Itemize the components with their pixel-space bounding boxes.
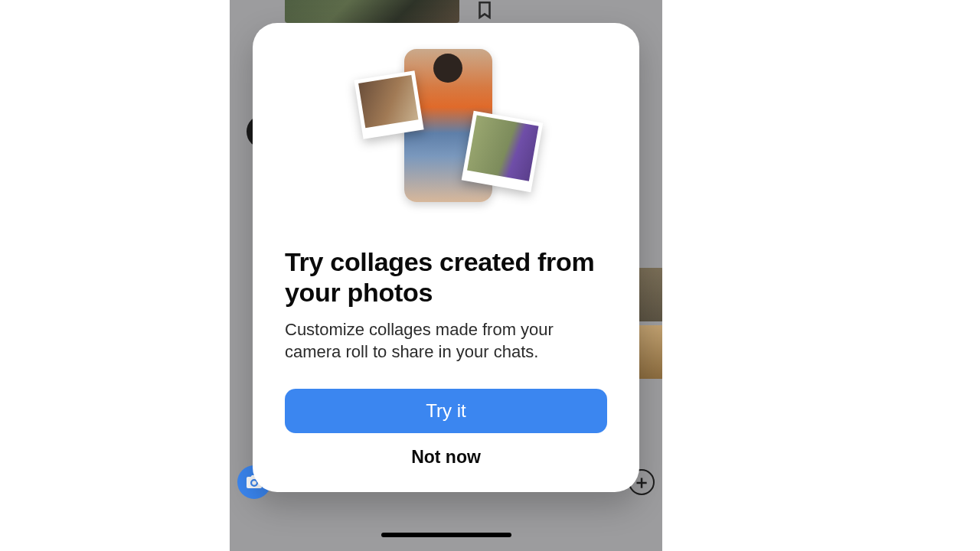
home-indicator xyxy=(381,533,511,537)
modal-title: Try collages created from your photos xyxy=(285,246,607,308)
collage-prompt-modal: Try collages created from your photos Cu… xyxy=(253,23,639,492)
collage-polaroid-right xyxy=(461,111,543,193)
collage-illustration xyxy=(366,49,527,217)
not-now-button[interactable]: Not now xyxy=(285,433,607,471)
modal-body: Customize collages made from your camera… xyxy=(285,318,607,363)
grid-thumb xyxy=(639,325,662,379)
collage-polaroid-left xyxy=(354,70,423,139)
try-it-button[interactable]: Try it xyxy=(285,389,607,433)
feed-photo-thumb xyxy=(285,0,459,23)
grid-thumb xyxy=(639,268,662,321)
bookmark-icon[interactable] xyxy=(475,0,495,24)
phone-viewport: ＋ Try collages created from your photos … xyxy=(230,0,662,551)
screenshot-stage: ＋ Try collages created from your photos … xyxy=(0,0,980,551)
